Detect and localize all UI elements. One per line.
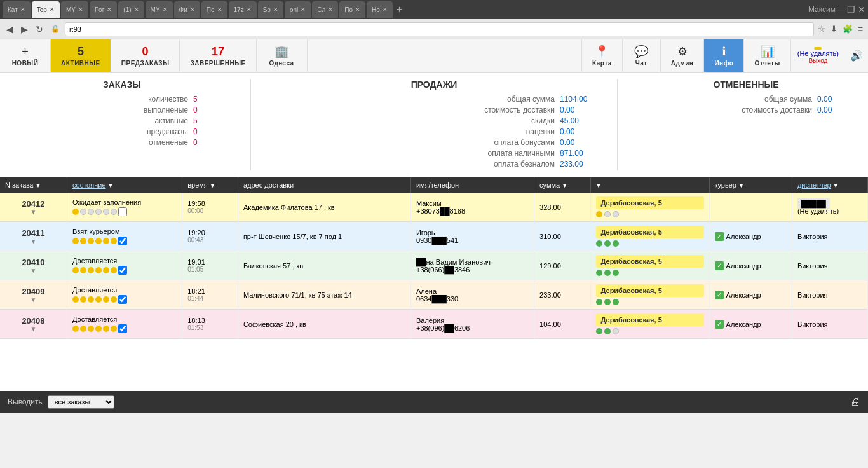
admin-label: Админ [671,60,694,67]
refresh-button[interactable]: ↻ [33,23,46,36]
bookmark-star-icon[interactable]: ☆ [817,23,827,35]
tab-13[interactable]: Но✕ [367,1,393,18]
back-button[interactable]: ◀ [4,23,16,36]
status-cell: Взят курьером [67,222,182,251]
map-button[interactable]: 📍 Карта [581,39,622,72]
extensions-icon[interactable]: 🧩 [841,23,854,35]
tab-1[interactable]: Top✕ [32,1,60,18]
status-dot [103,326,109,332]
amount-cell: 310.00 [534,222,590,251]
branch-dot [604,240,611,247]
tab-7[interactable]: Пе✕ [201,1,227,18]
tab-0[interactable]: Кат✕ [3,1,31,18]
order-expand-arrow[interactable]: ▼ [31,326,37,333]
order-num-cell[interactable]: 20408 ▼ [0,310,67,339]
col-time[interactable]: время ▼ [182,177,238,193]
status-checkbox[interactable] [118,295,127,304]
stat-value-cash: 871.00 [560,149,598,158]
preorders-button[interactable]: 0 ПРЕДЗАКАЗЫ [111,39,180,72]
order-expand-arrow[interactable]: ▼ [31,296,37,303]
map-label: Карта [592,60,612,67]
completed-count: 17 [212,45,224,59]
new-tab-button[interactable]: + [397,4,402,15]
amount-cell: 233.00 [534,280,590,310]
col-status[interactable]: состояние ▼ [67,177,182,193]
name-phone-cell: Игорь 0930███541 [410,222,534,251]
stat-label-bonuses: оплата бонусами [466,138,555,147]
reports-button[interactable]: 📊 Отчеты [743,39,790,72]
logout-label[interactable]: Выход [808,57,827,64]
status-dot [111,326,117,332]
time-cell: 19:58 00:08 [182,193,238,222]
col-name-phone: имя/телефон [410,177,534,193]
tab-6[interactable]: Фи✕ [174,1,200,18]
tab-4[interactable]: (1)✕ [118,1,144,18]
order-num-cell[interactable]: 20409 ▼ [0,280,67,310]
stat-value-bonuses: 0.00 [560,138,598,147]
order-expand-arrow[interactable]: ▼ [31,267,37,274]
col-branch[interactable]: ▼ [590,177,709,193]
status-checkbox[interactable] [118,324,127,333]
tab-12[interactable]: По✕ [339,1,365,18]
active-orders-button[interactable]: 5 АКТИВНЫЕ [51,39,111,72]
order-num-cell[interactable]: 20412 ▼ [0,193,67,222]
status-checkbox[interactable] [118,266,127,275]
status-dot [72,209,79,215]
restore-button[interactable]: ❐ [847,4,855,15]
city-button[interactable]: 🏢 Одесса [257,39,308,72]
branch-dot [613,299,619,305]
order-number: 20411 [22,228,44,238]
order-num-cell[interactable]: 20410 ▼ [0,251,67,280]
status-checkbox[interactable] [118,207,127,216]
export-select[interactable]: все заказы активные завершенные отмененн… [48,395,114,409]
sound-button[interactable]: 🔊 [845,39,868,72]
order-expand-arrow[interactable]: ▼ [31,238,37,245]
info-button[interactable]: ℹ Инфо [703,39,743,72]
address-cell: Софиевская 20 , кв [238,310,410,339]
print-icon[interactable]: 🖨 [850,396,860,408]
new-order-button[interactable]: + НОВЫЙ [0,39,51,72]
tab-2[interactable]: MY✕ [61,1,88,18]
minimize-button[interactable]: ─ [838,4,844,15]
tab-10[interactable]: onl✕ [285,1,311,18]
branch-dot [596,328,602,334]
completed-label: ЗАВЕРШЕННЫЕ [190,60,245,67]
completed-button[interactable]: 17 ЗАВЕРШЕННЫЕ [180,39,256,72]
stat-value-active: 5 [193,116,231,125]
tab-8[interactable]: 17z✕ [229,1,257,18]
chat-button[interactable]: 💬 Чат [622,39,660,72]
orders-table: N заказа ▼ состояние ▼ время ▼ адрес дос… [0,177,868,339]
status-checkbox[interactable] [118,237,127,245]
col-amount[interactable]: сумма ▼ [534,177,590,193]
tab-5[interactable]: MY✕ [146,1,173,18]
admin-button[interactable]: ⚙ Админ [660,39,704,72]
stat-label-discounts: скидки [466,116,555,125]
branch-dot [613,328,619,334]
city-label: Одесса [269,60,294,67]
tab-11[interactable]: Сл✕ [312,1,338,18]
tab-9[interactable]: Sp✕ [258,1,283,18]
download-icon[interactable]: ⬇ [829,23,839,35]
close-window-button[interactable]: ✕ [858,4,865,15]
order-expand-arrow[interactable]: ▼ [31,209,37,216]
status-dot [80,209,86,215]
col-dispatcher[interactable]: диспетчер ▼ [792,177,867,193]
branch-cell: Дерибасовская, 5 [590,280,709,310]
forward-button[interactable]: ▶ [18,23,31,36]
tab-3[interactable]: Рог✕ [90,1,117,18]
col-courier[interactable]: курьер ▼ [709,177,792,193]
order-num-cell[interactable]: 20411 ▼ [0,222,67,251]
dispatcher-cell: Виктория [792,222,867,251]
status-dot [95,209,102,215]
user-menu[interactable]: (Не удалять) Выход [790,39,845,72]
branch-dot [613,270,619,276]
user-name: (Не удалять) [797,50,839,57]
branch-dot [604,299,611,305]
cancelled-title: ОТМЕНЕННЫЕ [637,79,855,90]
address-cell: пр-т Шевченко 15/7, кв 7 под 1 [238,222,410,251]
menu-icon[interactable]: ≡ [857,23,864,35]
col-order-num[interactable]: N заказа ▼ [0,177,67,193]
order-number: 20412 [22,199,44,209]
status-dot [72,238,79,244]
address-bar[interactable] [65,22,814,36]
